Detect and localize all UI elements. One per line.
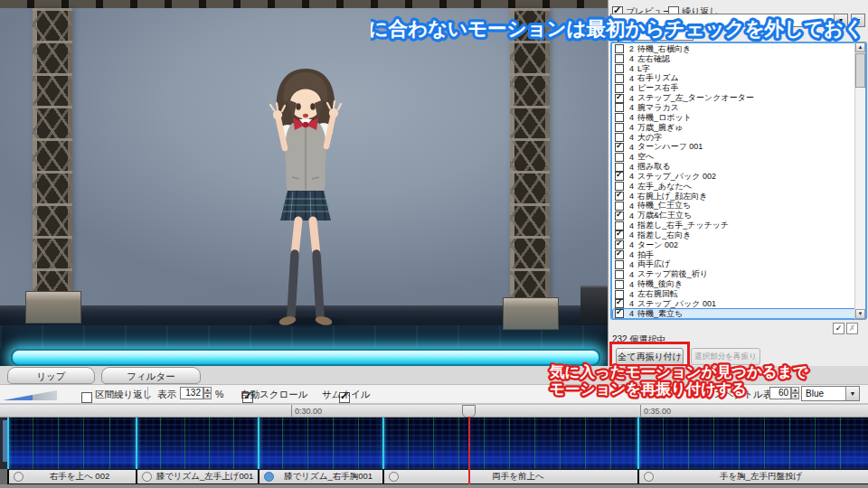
thumbnail-label: サムネイル (322, 389, 371, 401)
spectrum-stepper[interactable]: ▲▼ (791, 387, 799, 399)
segment-boundary-line (637, 418, 639, 469)
beat-line (358, 418, 359, 469)
motion-item-checkbox[interactable] (615, 192, 624, 201)
motion-item-count: 4 (627, 172, 634, 181)
chevron-down-icon[interactable]: ▼ (834, 14, 847, 26)
scroll-up-icon[interactable]: ▲ (855, 42, 865, 52)
beat-line (83, 418, 84, 469)
motion-item-count: 4 (627, 260, 634, 269)
selected-count-text: 232 個選択中 (612, 333, 665, 346)
volume-wedge-slider[interactable] (3, 390, 57, 400)
dance-motion-editor-window: プレビュー 繰り返し ▼ ▼ ▼ 2待機_右横向き4左右確認4L字4右手リズム4… (0, 0, 868, 488)
truss-tower-right (510, 8, 550, 299)
spectrum-input[interactable]: 60 (769, 387, 791, 399)
beat-line (307, 418, 308, 469)
beat-line (509, 418, 510, 469)
motion-item-count: 4 (627, 270, 634, 279)
segment-radio-dot[interactable] (389, 472, 399, 482)
motion-segment[interactable]: 手を胸_左手円盤投げ (637, 470, 868, 483)
motion-item-checkbox[interactable] (615, 64, 624, 73)
playhead-grip[interactable] (462, 405, 476, 418)
zoom-input[interactable]: 132 (180, 387, 203, 399)
motion-set-combobox[interactable]: ▼ (610, 14, 848, 27)
stage-3d-viewport[interactable] (0, 0, 608, 366)
tab-filter[interactable]: フィルター (101, 367, 201, 384)
truss-ceiling-beam (0, 0, 608, 8)
motion-item-checkbox[interactable] (615, 153, 624, 162)
motion-item-checkbox[interactable] (615, 94, 624, 103)
audio-spectrogram[interactable] (7, 418, 868, 469)
reassign-selection-button[interactable]: 選択部分を再振り付け (691, 348, 760, 365)
beat-line (109, 418, 110, 469)
ruler-tick (640, 405, 641, 417)
segment-row-gutter (0, 469, 7, 484)
segment-radio-dot[interactable] (142, 472, 152, 482)
scroll-down-icon[interactable]: ▼ (855, 309, 865, 319)
segment-radio-dot[interactable] (264, 472, 274, 482)
scrollbar-thumb[interactable] (855, 53, 865, 88)
motion-segment[interactable]: 両手を前上へ (382, 470, 637, 483)
segment-label: 膝でリズム_右手胸001 (274, 471, 382, 483)
motion-item-count: 4 (627, 221, 634, 230)
zoom-stepper[interactable]: ▲▼ (203, 387, 212, 399)
motion-item-count: 4 (627, 103, 634, 112)
zoom-unit: % (215, 389, 223, 399)
motion-checkbox-list[interactable]: 2待機_右横向き4左右確認4L字4右手リズム4ピース右手4ステップ_左_ターンク… (610, 42, 867, 320)
beat-line (160, 418, 161, 469)
timeline-ruler[interactable]: 0:30.000:35.00 (0, 405, 868, 418)
loop-section-checkbox[interactable] (81, 392, 92, 403)
panel-dropdown-button[interactable]: ▼ (851, 14, 865, 27)
motion-item-count: 4 (627, 250, 634, 259)
beat-line (209, 418, 210, 469)
check-all-button[interactable]: ✓ (833, 323, 844, 334)
spectrum-color-select[interactable]: Blue ▼ (801, 386, 860, 401)
segment-radio-dot[interactable] (14, 472, 24, 482)
motion-list-item[interactable]: 4待機_素立ち (613, 309, 865, 319)
motion-list-item[interactable]: 4左右確認 (613, 54, 865, 64)
motion-item-count: 4 (627, 230, 634, 239)
motion-item-count: 4 (627, 54, 634, 63)
motion-item-checkbox[interactable] (615, 280, 624, 289)
uncheck-all-button[interactable]: ✗ (846, 323, 858, 334)
divider (147, 387, 148, 400)
motion-item-count: 4 (627, 309, 634, 318)
motion-item-checkbox[interactable] (615, 143, 624, 152)
beat-line (840, 418, 841, 469)
beat-line (764, 418, 765, 469)
segment-radio-dot[interactable] (644, 472, 654, 482)
motion-item-count: 4 (627, 202, 634, 211)
motion-item-checkbox[interactable] (615, 44, 624, 53)
beat-line (585, 418, 586, 469)
motion-item-checkbox[interactable] (615, 103, 624, 112)
beat-line (815, 418, 816, 469)
motion-item-checkbox[interactable] (615, 260, 624, 269)
ruler-tick (291, 405, 292, 417)
motion-item-count: 4 (627, 192, 634, 201)
motion-item-checkbox[interactable] (615, 211, 624, 221)
motion-list-scrollbar[interactable]: ▲ ▼ (854, 42, 865, 319)
motion-item-checkbox[interactable] (615, 250, 624, 259)
motion-item-count: 4 (627, 74, 634, 83)
motion-segment[interactable]: 膝でリズム_右手胸001 (258, 470, 382, 483)
motion-item-checkbox[interactable] (615, 113, 624, 122)
filter-combobox[interactable]: ▼ (610, 29, 693, 41)
beat-line (484, 418, 485, 469)
motion-item-count: 4 (627, 133, 634, 142)
motion-item-checkbox[interactable] (615, 270, 624, 279)
beat-line (58, 418, 59, 469)
reassign-all-button[interactable]: 全て再振り付け (616, 348, 684, 365)
motion-item-checkbox[interactable] (615, 54, 624, 63)
motion-item-checkbox[interactable] (615, 74, 624, 83)
beat-line (713, 418, 714, 469)
motion-item-checkbox[interactable] (615, 123, 624, 132)
tab-lip[interactable]: リップ (7, 367, 95, 384)
motion-item-checkbox[interactable] (615, 172, 624, 181)
motion-item-count: 4 (627, 163, 634, 172)
beat-line (233, 418, 234, 469)
beat-line (688, 418, 689, 469)
motion-segment[interactable]: 右手を上へ 002 (7, 470, 136, 483)
motion-item-count: 4 (627, 240, 634, 249)
motion-item-checkbox[interactable] (615, 309, 624, 318)
playhead-line[interactable] (468, 417, 470, 484)
motion-segment[interactable]: 膝でリズム_左手上げ001 (136, 470, 258, 483)
